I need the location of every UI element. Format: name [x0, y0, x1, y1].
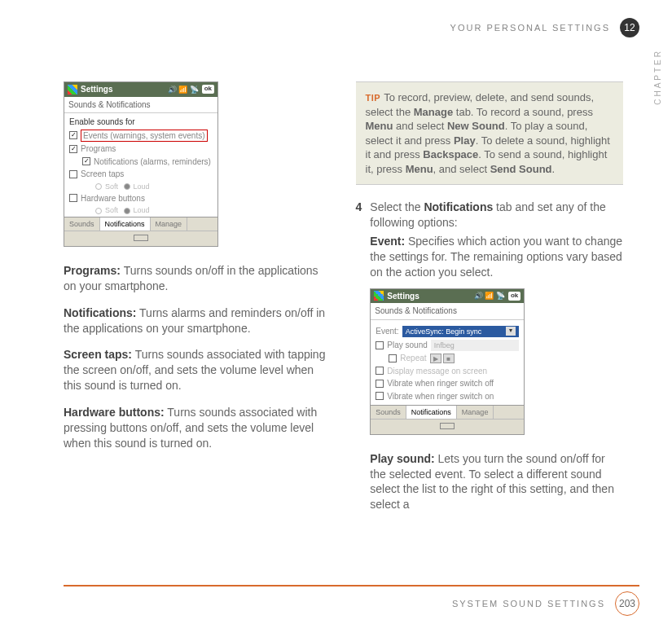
tab-bar: Sounds Notifications Manage: [371, 405, 524, 419]
checkbox-programs[interactable]: [69, 145, 77, 153]
chevron-down-icon: ▾: [506, 327, 516, 336]
windows-flag-icon: [374, 291, 384, 301]
right-column: TIPTo record, preview, delete, and send …: [356, 81, 624, 527]
window-title: Settings: [81, 84, 112, 95]
para-event: Event: Specifies which action you want t…: [370, 234, 623, 280]
label-events: Events (warnings, system events): [81, 130, 208, 143]
screenshot-sounds-enable: Settings 🔊 📶 📡 ok Sounds & Notifications…: [64, 81, 218, 247]
footer-section: SYSTEM SOUND SETTINGS: [452, 598, 605, 610]
chapter-side-label: CHAPTER: [652, 49, 664, 105]
ok-button[interactable]: ok: [202, 85, 214, 94]
para-hardware-buttons: Hardware buttons: Turns sounds associate…: [64, 405, 332, 451]
radio-taps-loud[interactable]: [124, 183, 130, 190]
radio-hw-soft[interactable]: [95, 208, 102, 214]
checkbox-repeat[interactable]: [389, 354, 397, 362]
keyboard-icon[interactable]: [440, 423, 455, 429]
window-titlebar: Settings 🔊 📶 📡 ok: [64, 82, 217, 97]
tip-box: TIPTo record, preview, delete, and send …: [356, 81, 624, 185]
step-4: 4 Select the Notifications tab and set a…: [356, 200, 624, 521]
checkbox-hardware-buttons[interactable]: [69, 194, 77, 202]
para-screen-taps: Screen taps: Turns sounds associated wit…: [64, 347, 332, 393]
event-dropdown[interactable]: ActiveSync: Begin sync▾: [402, 326, 520, 337]
checkbox-events[interactable]: [69, 131, 77, 139]
label-vibrate-off: Vibrate when ringer switch off: [387, 378, 494, 389]
header-section: YOUR PERSONAL SETTINGS: [450, 22, 610, 34]
checkbox-screen-taps[interactable]: [69, 170, 77, 178]
window-title: Settings: [387, 291, 419, 302]
tab-notifications[interactable]: Notifications: [100, 217, 151, 231]
stop-icon[interactable]: ■: [443, 354, 455, 363]
left-column: Settings 🔊 📶 📡 ok Sounds & Notifications…: [64, 81, 332, 527]
para-notifications: Notifications: Turns alarms and reminder…: [64, 305, 332, 336]
label-notifications: Notifications (alarms, reminders): [94, 156, 211, 168]
titlebar-status-icons: 🔊 📶 📡: [474, 291, 505, 301]
checkbox-display-message[interactable]: [376, 367, 384, 375]
label-display-message: Display message on screen: [387, 366, 487, 377]
para-play-sound: Play sound: Lets you turn the sound on/o…: [370, 451, 623, 513]
checkbox-notifications[interactable]: [82, 157, 90, 165]
screenshot-notifications-tab: Settings 🔊 📶 📡 ok Sounds & Notifications…: [370, 288, 525, 435]
play-controls: ▶■: [430, 353, 456, 364]
play-icon[interactable]: ▶: [430, 354, 441, 363]
label-hardware-buttons: Hardware buttons: [81, 193, 145, 204]
window-titlebar: Settings 🔊 📶 📡 ok: [371, 289, 524, 304]
page-footer: SYSTEM SOUND SETTINGS 203: [64, 585, 639, 616]
enable-sounds-heading: Enable sounds for: [69, 116, 213, 128]
event-label: Event:: [376, 326, 398, 337]
tab-notifications[interactable]: Notifications: [406, 406, 457, 419]
label-screen-taps: Screen taps: [81, 169, 124, 180]
radio-taps-soft[interactable]: [95, 183, 102, 190]
sound-dropdown[interactable]: Infbeg: [431, 340, 520, 351]
label-vibrate-on: Vibrate when ringer switch on: [387, 391, 494, 402]
page-number: 203: [615, 591, 639, 616]
checkbox-play-sound[interactable]: [376, 341, 384, 349]
step-number: 4: [356, 200, 362, 521]
tip-label: TIP: [366, 93, 381, 103]
tab-manage[interactable]: Manage: [151, 217, 188, 231]
panel-subtitle: Sounds & Notifications: [371, 303, 524, 320]
tab-sounds[interactable]: Sounds: [64, 217, 100, 231]
tab-bar: Sounds Notifications Manage: [64, 217, 217, 231]
radio-hw-loud[interactable]: [124, 208, 130, 214]
tab-manage[interactable]: Manage: [457, 406, 494, 419]
ok-button[interactable]: ok: [508, 292, 520, 301]
tab-sounds[interactable]: Sounds: [371, 406, 406, 419]
para-programs: Programs: Turns sounds on/off in the app…: [64, 263, 332, 294]
panel-subtitle: Sounds & Notifications: [64, 97, 217, 114]
chapter-number-badge: 12: [620, 18, 639, 37]
checkbox-vibrate-off[interactable]: [376, 380, 384, 388]
label-repeat: Repeat: [400, 353, 426, 364]
windows-flag-icon: [68, 85, 77, 94]
step-4-text: Select the Notifications tab and set any…: [370, 200, 623, 231]
label-programs: Programs: [81, 143, 116, 155]
titlebar-status-icons: 🔊 📶 📡: [168, 85, 199, 94]
keyboard-icon[interactable]: [134, 235, 148, 241]
label-play-sound: Play sound: [387, 340, 427, 351]
checkbox-vibrate-on[interactable]: [376, 392, 384, 400]
page-header: YOUR PERSONAL SETTINGS 12: [450, 18, 639, 37]
